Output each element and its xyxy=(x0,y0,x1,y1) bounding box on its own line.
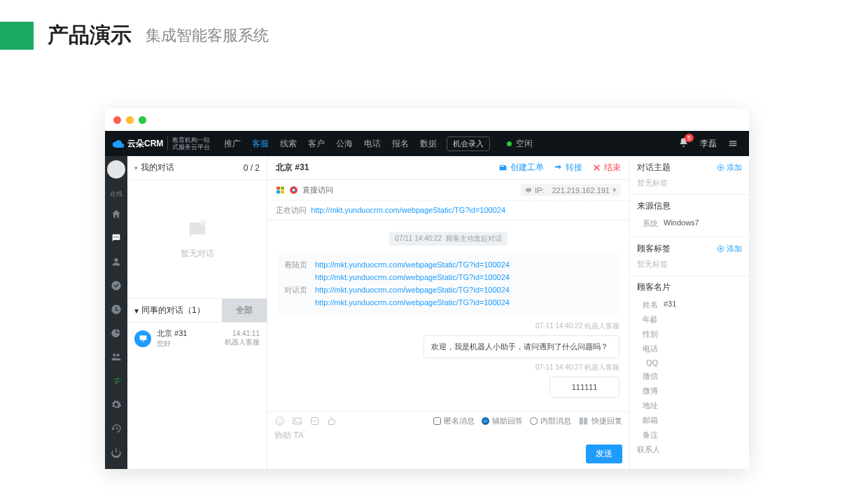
system-pill: 07/11 14:40:22 顾客主动发起对话 xyxy=(389,232,507,246)
peer-conv-toggle[interactable]: ▾同事的对话（1） xyxy=(127,299,212,322)
create-ticket-button[interactable]: 创建工单 xyxy=(498,162,544,174)
menu-icon[interactable] xyxy=(728,139,738,148)
rail-wifi[interactable] xyxy=(111,375,122,389)
composer: 匿名消息 辅助回答 内部消息 快捷回复 发送 xyxy=(267,411,629,469)
brand-tagline: 教育机构一站式服务云平台 xyxy=(167,136,210,150)
add-topic-button[interactable]: 添加 xyxy=(717,162,742,173)
landing-url-2[interactable]: http://mkt.yunduocrm.com/webpageStatic/T… xyxy=(315,271,510,284)
close-icon xyxy=(592,163,601,172)
chevron-down-icon[interactable]: ▾ xyxy=(612,186,617,195)
user-icon xyxy=(111,256,122,267)
dialog-url-1[interactable]: http://mkt.yunduocrm.com/webpageStatic/T… xyxy=(315,284,510,296)
landing-url-1[interactable]: http://mkt.yunduocrm.com/webpageStatic/T… xyxy=(315,258,510,271)
empty-state: 暂无对话 xyxy=(127,180,267,299)
end-button[interactable]: 结束 xyxy=(592,162,621,174)
card-title: 顾客名片 xyxy=(637,281,671,293)
send-button[interactable]: 发送 xyxy=(586,444,622,463)
rail-stats[interactable] xyxy=(111,328,122,342)
app-window: 云朵CRM 教育机构一站式服务云平台 推广 客服 线索 客户 公海 电话 报名 … xyxy=(105,108,749,469)
top-nav: 云朵CRM 教育机构一站式服务云平台 推广 客服 线索 客户 公海 电话 报名 … xyxy=(105,131,749,156)
chat-panel: 北京 #31 创建工单 转接 结束 直接访问 IP: 221.219.162.1… xyxy=(267,156,630,469)
svg-point-2 xyxy=(118,237,119,238)
msg-stamp-2: 07-11 14:40:27 机器人客服 xyxy=(277,363,620,372)
msg-stamp-1: 07-11 14:40:22 机器人客服 xyxy=(277,321,620,331)
visit-url-link[interactable]: http://mkt.yunduocrm.com/webpageStatic/T… xyxy=(311,206,505,214)
svg-point-11 xyxy=(276,417,284,425)
nav-data[interactable]: 数据 xyxy=(420,138,437,150)
rail-group[interactable] xyxy=(111,351,122,365)
rail-power[interactable] xyxy=(111,447,122,461)
transfer-icon xyxy=(554,163,563,172)
rail-user[interactable] xyxy=(111,256,122,270)
assist-radio[interactable]: 辅助回答 xyxy=(482,416,523,426)
record-opportunity-button[interactable]: 机会录入 xyxy=(447,136,490,151)
transfer-button[interactable]: 转接 xyxy=(554,162,582,174)
message-input[interactable] xyxy=(274,426,622,444)
nav-customers[interactable]: 客户 xyxy=(308,138,325,150)
source-system: Windows7 xyxy=(664,218,699,229)
history-icon xyxy=(111,423,122,434)
quick-reply-button[interactable]: 快捷回复 xyxy=(578,416,622,426)
notification-badge: 5 xyxy=(685,134,694,142)
emoji-icon[interactable] xyxy=(274,416,285,426)
nav-promo[interactable]: 推广 xyxy=(224,138,241,150)
rail-status-label: 在线 xyxy=(110,190,122,199)
notifications-button[interactable]: 5 xyxy=(678,137,689,150)
svg-point-3 xyxy=(200,219,206,225)
user-name[interactable]: 李磊 xyxy=(700,138,717,150)
svg-point-12 xyxy=(278,420,279,421)
status-dot-icon xyxy=(507,141,512,146)
brand[interactable]: 云朵CRM 教育机构一站式服务云平台 xyxy=(105,136,217,150)
page-info-block: 着陆页http://mkt.yunduocrm.com/webpageStati… xyxy=(277,253,620,314)
pie-icon xyxy=(111,328,122,339)
add-tag-button[interactable]: 添加 xyxy=(717,244,742,254)
maximize-dot[interactable] xyxy=(139,116,146,124)
cust-tag-title: 顾客标签 xyxy=(637,243,671,255)
nav-enroll[interactable]: 报名 xyxy=(392,138,409,150)
rail-check[interactable] xyxy=(111,280,122,294)
ip-badge: IP: 221.219.162.191 ▾ xyxy=(521,184,621,196)
wifi-icon xyxy=(111,375,122,386)
power-icon xyxy=(111,447,122,458)
agent-status[interactable]: 空闲 xyxy=(507,138,533,150)
source-title: 来源信息 xyxy=(637,200,671,212)
plus-icon xyxy=(717,245,724,253)
conversation-item[interactable]: 北京 #31 您好 14:41:11 机器人客服 xyxy=(127,323,267,354)
windows-icon xyxy=(276,186,285,195)
visiting-row: 正在访问 http://mkt.yunduocrm.com/webpageSta… xyxy=(267,201,629,220)
accent-block xyxy=(0,22,34,50)
anon-checkbox[interactable]: 匿名消息 xyxy=(433,416,475,426)
conv-title: 北京 #31 xyxy=(157,328,219,339)
dialog-url-2[interactable]: http://mkt.yunduocrm.com/webpageStatic/T… xyxy=(315,296,510,309)
svg-point-13 xyxy=(281,420,281,421)
chat-body[interactable]: 07/11 14:40:22 顾客主动发起对话 着陆页http://mkt.yu… xyxy=(267,220,629,411)
left-panel: ▾我的对话 0 / 2 暂无对话 ▾同事的对话（1） 全部 北京 #31 您好 … xyxy=(127,156,267,469)
rail-settings[interactable] xyxy=(111,399,122,413)
peer-tab-all[interactable]: 全部 xyxy=(222,299,267,322)
side-rail: 在线 xyxy=(105,156,127,469)
rail-clock[interactable] xyxy=(111,304,122,318)
topic-empty: 暂无标签 xyxy=(637,178,742,188)
avatar[interactable] xyxy=(107,160,125,178)
tag-empty: 暂无标签 xyxy=(637,259,742,270)
nav-phone[interactable]: 电话 xyxy=(364,138,381,150)
conv-avatar xyxy=(134,330,151,347)
internal-radio[interactable]: 内部消息 xyxy=(530,416,571,426)
rail-history[interactable] xyxy=(111,423,122,437)
minimize-dot[interactable] xyxy=(126,116,134,124)
close-dot[interactable] xyxy=(113,116,121,124)
image-icon[interactable] xyxy=(292,416,302,426)
my-conv-header[interactable]: ▾我的对话 0 / 2 xyxy=(127,156,267,180)
ticket-icon xyxy=(498,163,507,172)
slide-header: 产品演示 集成智能客服系统 xyxy=(0,0,847,50)
svg-rect-4 xyxy=(276,187,280,190)
rail-home[interactable] xyxy=(111,209,122,223)
nav-service[interactable]: 客服 xyxy=(252,138,269,150)
attachment-icon[interactable] xyxy=(309,416,320,426)
thumbs-up-icon[interactable] xyxy=(327,416,337,426)
nav-pool[interactable]: 公海 xyxy=(336,138,353,150)
plus-icon xyxy=(717,164,724,172)
nav-leads[interactable]: 线索 xyxy=(280,138,297,150)
rail-chat[interactable] xyxy=(111,232,122,246)
window-titlebar xyxy=(105,108,749,131)
